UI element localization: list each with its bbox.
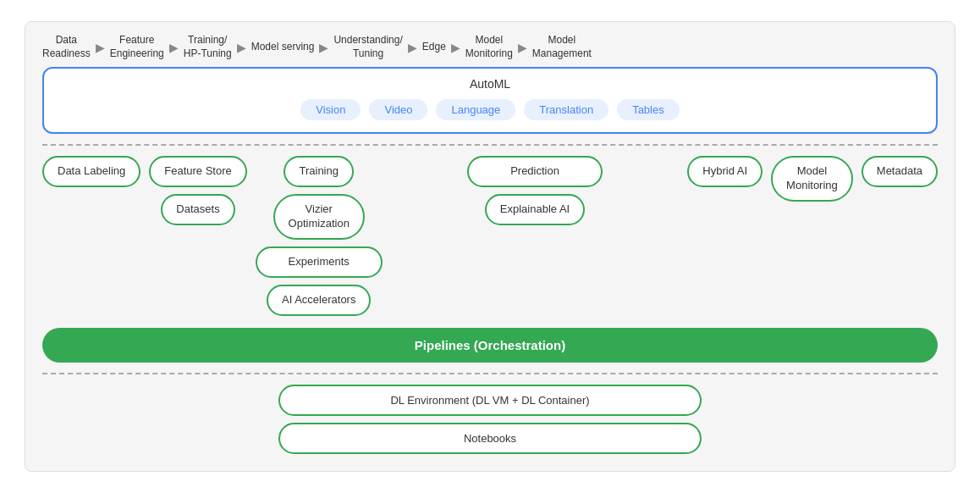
pill-prediction: Prediction — [467, 156, 603, 187]
arrow-icon-5: ▶ — [408, 41, 417, 54]
arrow-icon-2: ▶ — [169, 41, 179, 54]
pill-explainable-ai: Explainable AI — [485, 194, 585, 225]
pill-dl-environment: DL Environment (DL VM + DL Container) — [278, 385, 702, 416]
col-model-monitoring: Model Monitoring — [771, 156, 853, 202]
automl-title: AutoML — [58, 77, 922, 91]
pill-training: Training — [284, 156, 353, 187]
pill-model-monitoring: Model Monitoring — [771, 156, 853, 202]
chip-translation: Translation — [524, 99, 608, 120]
pill-datasets: Datasets — [161, 194, 234, 225]
pill-ai-accelerators: AI Accelerators — [267, 285, 371, 316]
pill-experiments: Experiments — [256, 246, 383, 278]
separator-bottom — [42, 373, 938, 374]
pipeline-header: Data Readiness ▶ Feature Engineering ▶ T… — [25, 22, 955, 67]
step-training: Training/ HP-Tuning — [184, 34, 232, 60]
col-hybrid-ai: Hybrid AI — [687, 156, 763, 187]
arrow-icon-1: ▶ — [96, 41, 105, 54]
bottom-section: DL Environment (DL VM + DL Container) No… — [42, 385, 938, 454]
arrow-icon-6: ▶ — [451, 41, 460, 54]
middle-section: Data Labeling Feature Store Datasets Tra… — [42, 156, 938, 362]
step-edge: Edge — [422, 41, 446, 54]
pill-vizier: Vizier Optimization — [273, 194, 365, 240]
separator-top — [42, 144, 938, 146]
chip-tables: Tables — [617, 99, 680, 120]
col-metadata: Metadata — [862, 156, 938, 187]
step-data-readiness: Data Readiness — [42, 34, 91, 60]
chip-vision: Vision — [300, 99, 361, 120]
col-feature-store: Feature Store Datasets — [149, 156, 247, 225]
pipelines-bar: Pipelines (Orchestration) — [42, 328, 938, 363]
automl-section: AutoML Vision Video Language Translation… — [42, 67, 938, 134]
arrow-icon-4: ▶ — [319, 41, 328, 54]
step-understanding: Understanding/ Tuning — [333, 34, 402, 60]
chip-video: Video — [369, 99, 427, 120]
col-training: Training Vizier Optimization Experiments… — [256, 156, 383, 315]
automl-chips: Vision Video Language Translation Tables — [58, 99, 922, 120]
main-content: AutoML Vision Video Language Translation… — [25, 67, 955, 470]
pill-data-labeling: Data Labeling — [42, 156, 140, 187]
diagram-container: Data Readiness ▶ Feature Engineering ▶ T… — [25, 21, 955, 472]
chip-language: Language — [436, 99, 515, 120]
arrow-icon-7: ▶ — [518, 41, 527, 54]
pill-hybrid-ai: Hybrid AI — [687, 156, 763, 187]
col-prediction: Prediction Explainable AI — [391, 156, 680, 225]
col-data-labeling: Data Labeling — [42, 156, 140, 187]
step-model-management: Model Management — [532, 34, 592, 60]
pill-feature-store: Feature Store — [149, 156, 247, 187]
step-model-monitoring: Model Monitoring — [465, 34, 513, 60]
pill-metadata: Metadata — [862, 156, 938, 187]
step-model-serving: Model serving — [251, 41, 315, 54]
top-pill-row: Data Labeling Feature Store Datasets Tra… — [42, 156, 938, 315]
arrow-icon-3: ▶ — [237, 41, 246, 54]
step-feature-engineering: Feature Engineering — [110, 34, 164, 60]
pill-notebooks: Notebooks — [278, 423, 702, 454]
